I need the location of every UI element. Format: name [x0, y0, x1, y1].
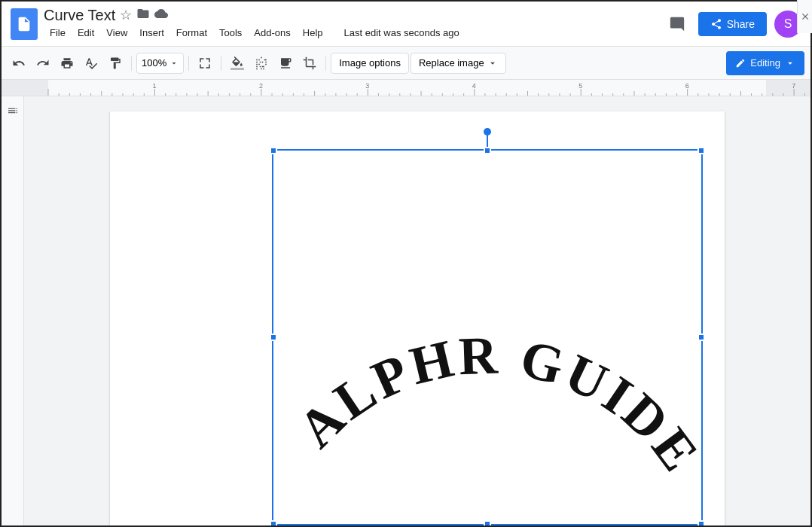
- crop-button[interactable]: [298, 52, 321, 75]
- separator-1: [131, 56, 132, 71]
- title-bar: Curve Text ☆ File Edit View Insert Forma…: [2, 2, 810, 47]
- paint-format-button[interactable]: [104, 52, 127, 75]
- curved-text-svg: ALPHR GUIDES: [273, 151, 701, 524]
- menu-help[interactable]: Help: [297, 24, 329, 41]
- menu-edit[interactable]: Edit: [72, 24, 100, 41]
- doc-icon: [11, 8, 38, 40]
- print-button[interactable]: [56, 52, 78, 75]
- separator-3: [221, 56, 221, 71]
- comment-button[interactable]: [664, 11, 691, 38]
- replace-image-button[interactable]: Replace image: [411, 53, 506, 74]
- last-edit-status: Last edit was seconds ago: [338, 24, 466, 41]
- doc-svg-icon: [16, 16, 32, 32]
- menu-addons[interactable]: Add-ons: [248, 24, 296, 41]
- color-fill-button[interactable]: [226, 52, 249, 75]
- curved-textpath: ALPHR GUIDES: [273, 151, 701, 483]
- folder-icon[interactable]: [136, 7, 150, 23]
- menu-view[interactable]: View: [100, 24, 133, 41]
- canvas-area: ALPHR GUIDES: [24, 96, 810, 527]
- star-icon[interactable]: ☆: [120, 7, 132, 23]
- menu-file[interactable]: File: [44, 24, 72, 41]
- sidebar-outline-icon[interactable]: [5, 102, 21, 119]
- ruler: [2, 80, 810, 96]
- menu-tools[interactable]: Tools: [213, 24, 248, 41]
- share-label: Share: [727, 18, 755, 30]
- fit-page-button[interactable]: [194, 52, 216, 75]
- image-container[interactable]: ALPHR GUIDES: [272, 149, 703, 525]
- zoom-selector[interactable]: 100%: [136, 53, 184, 74]
- separator-4: [325, 56, 326, 71]
- menu-insert[interactable]: Insert: [133, 24, 170, 41]
- menu-bar: File Edit View Insert Format Tools Add-o…: [44, 24, 658, 41]
- document-page: ALPHR GUIDES: [110, 111, 725, 527]
- separator-2: [188, 56, 189, 71]
- panel-collapse-button[interactable]: [797, 0, 812, 33]
- toolbar: 100% Image options Replace image Editing: [2, 47, 810, 80]
- title-area: Curve Text ☆ File Edit View Insert Forma…: [44, 6, 658, 41]
- image-options-button[interactable]: Image options: [331, 53, 409, 74]
- editing-mode-button[interactable]: Editing: [726, 51, 804, 75]
- right-controls: Share S: [664, 11, 801, 38]
- redo-button[interactable]: [32, 52, 54, 75]
- curved-text: ALPHR GUIDES: [273, 151, 701, 483]
- rotation-handle[interactable]: [484, 128, 491, 136]
- share-button[interactable]: Share: [698, 12, 767, 36]
- zoom-value: 100%: [142, 57, 166, 69]
- spellcheck-button[interactable]: [80, 52, 102, 75]
- border-style-button[interactable]: [274, 52, 297, 75]
- doc-title[interactable]: Curve Text: [44, 6, 115, 24]
- menu-format[interactable]: Format: [170, 24, 213, 41]
- undo-button[interactable]: [8, 52, 30, 75]
- cloud-icon: [154, 7, 168, 23]
- editing-label: Editing: [750, 57, 780, 69]
- border-color-button[interactable]: [250, 52, 273, 75]
- main-area: ALPHR GUIDES: [2, 96, 810, 527]
- left-sidebar: [2, 96, 24, 527]
